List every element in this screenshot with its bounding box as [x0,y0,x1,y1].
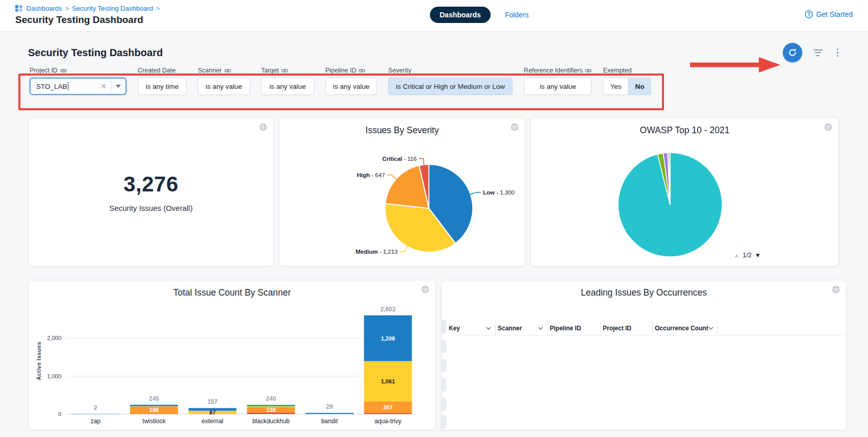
owasp-pagination: ▲ 1/2 ▼ [733,251,761,259]
leading-issues-title: Leading Issues By Occurrences [442,287,846,298]
owasp-pie-chart[interactable] [531,136,839,264]
page-title: Security Testing Dashboard [15,14,143,26]
globe-icon[interactable] [510,123,519,133]
more-options-kebab-icon[interactable] [834,47,842,58]
filter-bar: Project ID STO_LAB ✕ Created Date is any… [30,66,868,95]
filter-label: Pipeline ID [325,67,356,74]
column-label: Occurrence Count [655,325,708,332]
link-icon [585,68,592,73]
bar-segment-twistlock-red-segment[interactable] [130,414,178,414]
filter-label: Severity [388,67,411,74]
x-category-label: aqua-trivy [374,418,401,425]
globe-icon[interactable] [824,123,832,133]
dashboard-filters-icon[interactable] [813,50,823,56]
column-label: Scanner [498,325,522,332]
column-header-scanner[interactable]: Scanner [496,321,548,335]
column-header-key[interactable]: Key [447,321,496,335]
issue-count-by-scanner-card: Total Issue Count By Scanner 01,0002,000… [28,280,436,430]
y-tick-label: 0 [58,411,61,417]
leading-issues-card: Leading Issues By Occurrences Key Scanne… [441,280,847,430]
filter-label: Exempted [603,67,631,74]
pipeline-id-filter-button[interactable]: is any value [325,78,377,95]
bar-segment-blackduckhub-yellow-segment[interactable] [247,406,295,407]
text-cursor [68,82,69,90]
bar-segment-aqua-trivy-red-segment[interactable] [364,413,412,414]
breadcrumb-dashboards[interactable]: Dashboards [27,5,62,12]
sort-chevron-icon [538,327,543,330]
bar-segment-external-blue-segment[interactable] [189,408,237,410]
bar-segment-label: 1,208 [381,335,395,342]
filter-label: Created Date [138,67,175,74]
target-filter-button[interactable]: is any value [261,78,314,95]
bar-segment-label: 307 [383,404,392,410]
overall-issue-count: 3,276 [123,172,178,197]
table-header-row: Key Scanner Pipeline ID Project ID Occur… [447,321,846,336]
bar-segment-blackduckhub-blue-segment[interactable] [247,405,295,406]
filter-severity: Severity is Critical or High or Medium o… [388,66,513,95]
top-bar: Dashboards > Security Testing Dashboard … [0,0,868,32]
bar-segment-bandit-blue-segment[interactable] [305,413,353,414]
reference-identifiers-filter-button[interactable]: is any value [524,78,592,95]
column-label: Project ID [603,325,631,332]
exempted-yes-option[interactable]: Yes [603,78,628,94]
column-header-occurrence-count[interactable]: Occurrence Count [653,321,718,335]
filter-exempted: Exempted Yes No [603,66,651,95]
tab-folders[interactable]: Folders [505,11,529,19]
breadcrumb-separator: > [156,5,160,12]
severity-pie-chart[interactable]: Low - 1,300Medium - 1,213High - 647Criti… [279,136,526,264]
x-category-label: external [201,418,223,425]
page-up-icon[interactable]: ▲ [733,252,739,259]
created-date-filter-button[interactable]: is any time [138,78,187,95]
question-circle-icon: ? [805,10,813,18]
breadcrumb: Dashboards > Security Testing Dashboard … [15,5,160,12]
bar-total-label: 29 [326,403,333,410]
overall-issue-caption: Security Issues (Overall) [109,204,192,212]
y-tick-label: 2,000 [47,335,61,341]
dashboard-content: Security Testing Dashboard Project ID ST… [0,42,868,437]
owasp-top10-card: OWASP Top 10 - 2021 ▲ 1/2 ▼ [530,117,839,266]
dashboard-section-title: Security Testing Dashboard [28,47,163,59]
column-label: Pipeline ID [550,325,581,332]
column-header-pipeline-id[interactable]: Pipeline ID [548,321,601,335]
scanner-bar-chart[interactable]: 01,0002,000Active Issues2zap188245twistl… [34,298,431,429]
svg-text:?: ? [807,12,810,17]
get-started-link[interactable]: ? Get Started [805,10,853,18]
breadcrumb-separator: > [65,5,69,12]
chevron-down-icon[interactable] [116,85,121,88]
filter-label: Reference Identifiers [524,67,582,74]
bar-segment-twistlock-blue-segment[interactable] [130,405,178,406]
filter-label: Project ID [30,67,58,74]
refresh-button[interactable] [783,43,802,62]
sort-chevron-icon [708,327,713,330]
breadcrumb-current-dashboard[interactable]: Security Testing Dashboard [72,5,153,12]
skeleton-stub [442,339,446,353]
divider [111,81,111,91]
skeleton-stub [442,378,446,392]
column-label: Key [449,325,460,332]
project-id-input[interactable]: STO_LAB ✕ [30,78,126,95]
skeleton-stub [442,415,446,428]
scanner-filter-button[interactable]: is any value [198,78,250,95]
owasp-pie-title: OWASP Top 10 - 2021 [531,125,838,136]
globe-icon[interactable] [832,285,840,296]
main-tabs: Dashboards Folders [430,7,529,23]
globe-icon[interactable] [259,123,267,133]
skeleton-stub [442,320,446,333]
link-icon [224,68,231,73]
skeleton-stub [442,398,446,411]
exempted-no-option[interactable]: No [628,78,651,94]
x-category-label: blackduckhub [252,418,290,425]
pie-slice-label: Critical - 116 [382,156,417,162]
pie-slice-label: Medium - 1,213 [355,249,397,255]
globe-icon[interactable] [421,285,429,296]
refresh-icon [788,48,797,57]
severity-filter-button[interactable]: is Critical or High or Medium or Low [388,78,513,95]
dashboards-grid-icon [15,5,22,12]
clear-icon[interactable]: ✕ [100,82,107,90]
x-category-label: twistlock [142,418,166,425]
tab-dashboards[interactable]: Dashboards [430,7,491,23]
security-issues-overall-card: 3,276 Security Issues (Overall) [28,117,274,266]
bar-segment-twistlock-yellow-segment[interactable] [130,406,178,407]
column-header-project-id[interactable]: Project ID [601,321,653,335]
page-down-icon[interactable]: ▼ [755,252,761,259]
